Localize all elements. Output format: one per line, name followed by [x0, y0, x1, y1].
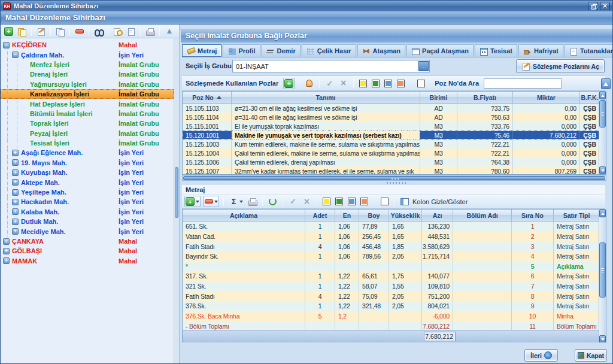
tab-atasman[interactable]: Ataşman [357, 44, 405, 57]
swatch-white-icon[interactable] [416, 78, 426, 89]
close-icon[interactable] [600, 2, 610, 10]
expand-icon[interactable]: + [12, 179, 19, 186]
expand-icon[interactable]: + [12, 208, 19, 215]
tree-item[interactable]: +Kalaba Mah.İşin Yeri [1, 207, 174, 217]
poz-row[interactable]: 15.125.100732mm'ye kadar kırmataş temin … [183, 166, 606, 175]
tree-item[interactable]: +Aktepe Mah.İşin Yeri [1, 177, 174, 187]
poz-column-header[interactable]: B.Fiyatı [457, 92, 513, 103]
metraj-row[interactable]: Fatih Stadı41,2275,092,05751,2008Metraj … [183, 291, 599, 301]
kolon-icon[interactable] [399, 196, 410, 207]
tab-demir[interactable]: Demir [262, 44, 301, 57]
tree-item[interactable]: Yağmursuyu İşleriİmalat Grubu [1, 80, 174, 89]
print-icon[interactable] [247, 196, 258, 207]
tree-item[interactable]: +Hacıkadın Mah.İşin Yeri [1, 197, 174, 207]
poz-row[interactable]: 15.125.1006Çakıl temin edilerek, drenaj … [183, 157, 606, 166]
swatch-blue-icon[interactable] [347, 196, 357, 207]
preview-icon[interactable] [112, 26, 123, 37]
tree-item[interactable]: −KEÇİÖRENMahal [1, 40, 174, 50]
remove-icon[interactable] [203, 196, 219, 207]
tree-item[interactable]: +Aşağı Eğlence Mah.İşin Yeri [1, 148, 174, 157]
metraj-row[interactable]: 317. Sk.11,2265,611,75140,0776Metraj Sat… [183, 271, 599, 281]
metraj-row[interactable]: *5Açıklama [183, 262, 599, 272]
refresh-icon[interactable] [267, 196, 278, 207]
expand-icon[interactable]: + [12, 228, 19, 235]
metraj-row[interactable]: - Bölüm Toplamı7.680,21211Bölüm Toplamı [183, 321, 599, 330]
panel-splitter[interactable] [181, 181, 612, 185]
poz-row[interactable]: 15.105.1103ø=21-30 cm el ile ağaç kesilm… [183, 104, 606, 113]
collapse-icon[interactable]: − [3, 42, 10, 48]
tree-item[interactable]: +Kuyubaşı Mah.İşin Yeri [1, 168, 174, 177]
tree-item[interactable]: +Dutluk Mah.İşin Yeri [1, 217, 174, 226]
poz-column-header[interactable]: Miktar [513, 92, 580, 103]
add-icon[interactable] [3, 26, 14, 37]
poz-column-header[interactable]: B.F.K. [580, 92, 600, 103]
tree-item[interactable]: +GÖLBAŞIMahal [1, 246, 174, 256]
tab-pacal[interactable]: Paçal Ataşman [406, 44, 474, 57]
expand-icon[interactable]: + [3, 248, 10, 254]
poz-row[interactable]: 15.115.1001El ile yumuşak toprak kazılma… [183, 122, 606, 131]
swatch-orange-icon[interactable] [396, 78, 406, 89]
cross-icon[interactable] [338, 78, 349, 89]
tree-item[interactable]: +ÇANKAYAMahal [1, 236, 174, 246]
swatch-blue-icon[interactable] [383, 78, 393, 89]
swatch-yellow-icon[interactable] [358, 78, 368, 89]
tree-item[interactable]: Drenaj İşleriİmalat Grubu [1, 69, 174, 79]
swatch-orange-icon[interactable] [359, 196, 369, 207]
swatch-yellow-icon[interactable] [321, 196, 332, 207]
expand-icon[interactable]: + [12, 169, 19, 176]
tree-item[interactable]: Menfez İşleriİmalat Grubu [1, 60, 174, 69]
expand-icon[interactable]: + [12, 199, 19, 205]
is-grubu-combo[interactable]: 01-İNŞAAT [232, 60, 430, 72]
tab-metraj[interactable]: Metraj [182, 44, 221, 57]
tree-item[interactable]: Kanalizasyon İşleriİmalat Grubu [1, 89, 174, 99]
swatch-white-icon[interactable] [380, 196, 390, 207]
tree-item[interactable]: −Çaldıran Mah.İşin Yeri [1, 50, 174, 59]
poz-column-header[interactable]: Tanımı [232, 92, 420, 103]
expand-icon[interactable]: + [12, 150, 19, 156]
tab-hasir[interactable]: Çelik Hasır [302, 44, 356, 57]
remove-icon[interactable] [74, 26, 85, 37]
poz-row[interactable]: 15.120.1001Makine ile yumuşak ve sert to… [183, 131, 606, 139]
tree-item[interactable]: +Yeşiltepe Mah.İşin Yeri [1, 187, 174, 197]
collapse-up-icon[interactable] [601, 78, 611, 89]
edit-icon[interactable] [35, 26, 47, 37]
find-icon[interactable] [93, 26, 104, 37]
expand-icon[interactable]: + [3, 238, 10, 245]
expand-icon[interactable]: + [3, 257, 10, 264]
metraj-column-header[interactable]: Adet [305, 210, 335, 221]
print-icon[interactable] [144, 26, 156, 37]
duplicate-icon[interactable] [16, 26, 28, 37]
expand-icon[interactable]: + [12, 159, 19, 166]
kolon-gizle-goster-button[interactable]: Kolon Gizle/Göster [412, 198, 468, 205]
combo-browse-icon[interactable] [418, 61, 429, 71]
kapat-button[interactable]: Kapat [575, 349, 607, 362]
metraj-row[interactable]: 651. Sk.11,0677,891,65136,2301Metraj Sat… [183, 222, 599, 232]
poz-row[interactable]: 15.125.1004Çakıl temin edilerek, makine … [183, 148, 606, 157]
add-icon[interactable] [283, 78, 295, 89]
check-icon[interactable] [287, 196, 299, 207]
metraj-column-header[interactable]: Boy [359, 210, 389, 221]
up-icon[interactable] [163, 26, 175, 37]
metraj-vscrollbar[interactable] [599, 210, 606, 343]
poz-scroll-thumb[interactable] [599, 100, 606, 128]
poz-row[interactable]: 15.125.1003Kum temin edilerek, makine il… [183, 139, 606, 148]
metraj-row[interactable]: 376.Sk. Baca Minha51,2-6,00010Minha [183, 311, 599, 321]
metraj-row[interactable]: 321 Sk.11,2258,071,55109,8107Metraj Satı… [183, 281, 599, 292]
open-contract-pozlar-button[interactable]: Sözleşme Pozlarını Aç [516, 59, 605, 73]
swatch-green-icon[interactable] [371, 78, 381, 89]
document-icon[interactable] [125, 26, 136, 37]
tree-item[interactable]: +19. Mayıs Mah.İşin Yeri [1, 158, 174, 168]
metraj-row[interactable]: 376.Sk.11,22321,482,05804,0219Metraj Sat… [183, 301, 599, 311]
scroll-up-icon[interactable] [599, 92, 606, 99]
metraj-column-header[interactable]: Açıklama [183, 210, 305, 221]
metraj-column-header[interactable]: Azı [422, 210, 453, 221]
poz-column-header[interactable]: Birimi [420, 92, 457, 103]
poz-row[interactable]: 15.105.1104ø=31-40 cm el ile ağaç kesilm… [183, 113, 606, 122]
bell-icon[interactable] [304, 78, 315, 89]
tab-tesisat[interactable]: Tesisat [475, 44, 517, 57]
metraj-column-header[interactable]: Satır Tipi [554, 210, 600, 221]
tree-item[interactable]: Peyzaj İşleriİmalat Grubu [1, 129, 174, 138]
metraj-column-header[interactable]: Bölüm Adı [453, 210, 512, 221]
metraj-row[interactable]: Fatih Stadı41,06456,481,853.580,6293Metr… [183, 241, 599, 251]
tree-item[interactable]: +MAMAKMahal [1, 256, 174, 266]
